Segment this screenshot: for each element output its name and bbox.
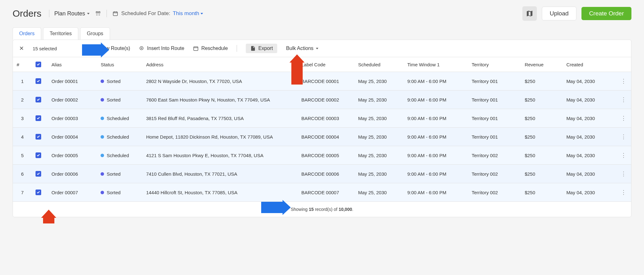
tab-groups[interactable]: Groups [80,27,110,40]
row-label-code: BARCODE 00002 [298,91,355,109]
row-status: Scheduled [101,134,139,140]
row-created: May 04, 2030 [563,165,616,183]
svg-rect-0 [96,12,98,13]
col-select-all[interactable] [32,57,48,72]
row-label-code: BARCODE 00004 [298,128,355,146]
chevron-down-icon [316,48,318,49]
scheduled-for-value[interactable]: This month [173,10,203,17]
row-status: Sorted [101,171,139,177]
row-territory: Territory 001 [468,91,521,109]
table-row[interactable]: 1Order 00001Sorted2802 N Wayside Dr, Hou… [13,72,631,91]
row-scheduled: May 25, 2030 [354,91,404,109]
row-scheduled: May 25, 2030 [354,72,404,91]
row-more-icon[interactable]: ⋮ [621,115,626,121]
status-dot-icon [101,117,104,120]
export-button[interactable]: Export [246,44,277,53]
row-more-icon[interactable]: ⋮ [621,171,626,177]
row-address: 7600 East Sam Houston Pkwy N, Houston, T… [142,91,298,109]
row-scheduled: May 25, 2030 [354,165,404,183]
col-territory[interactable]: Territory [468,57,521,72]
table-row[interactable]: 5Order 00005Scheduled4121 S Sam Houston … [13,146,631,165]
col-label-code[interactable]: Label Code [298,57,355,72]
col-alias[interactable]: Alias [48,57,97,72]
tab-territories[interactable]: Territories [43,27,78,40]
row-address: 2802 N Wayside Dr, Houston, TX 77020, US… [142,72,298,91]
row-territory: Territory 001 [468,72,521,91]
row-scheduled: May 25, 2030 [354,183,404,202]
row-checkbox[interactable] [36,171,41,177]
row-alias: Order 00005 [48,146,97,165]
row-created: May 04, 2030 [563,183,616,202]
row-territory: Territory 002 [468,146,521,165]
status-dot-icon [101,80,104,83]
map-pin-icon[interactable] [95,10,102,17]
row-checkbox[interactable] [36,134,41,140]
row-checkbox[interactable] [36,97,41,102]
calendar-icon [112,10,119,17]
row-more-icon[interactable]: ⋮ [621,96,626,103]
checkbox-all[interactable] [36,62,41,67]
annotation-arrow-blue [261,200,291,215]
row-status: Sorted [101,97,139,102]
row-revenue: $250 [521,128,562,146]
row-status: Sorted [101,190,139,195]
table-row[interactable]: 7Order 00007Sorted14440 Hillcroft St, Ho… [13,183,631,202]
row-address: 4121 S Sam Houston Pkwy E, Houston, TX 7… [142,146,298,165]
col-revenue[interactable]: Revenue [521,57,562,72]
scheduled-for-label: Scheduled For Date: [121,10,170,17]
row-time-window: 9:00 AM - 6:00 PM [404,72,468,91]
row-time-window: 9:00 AM - 6:00 PM [404,146,468,165]
map-view-button[interactable] [522,6,537,21]
plan-routes-label: Plan Routes [54,10,85,17]
table-row[interactable]: 6Order 00006Sorted7410 Cullen Blvd, Hous… [13,165,631,183]
row-territory: Territory 001 [468,109,521,128]
bulk-actions-dropdown[interactable]: Bulk Actions [286,46,318,51]
row-revenue: $250 [521,109,562,128]
row-number: 5 [13,146,32,165]
col-address[interactable]: Address [142,57,298,72]
table-row[interactable]: 2Order 00002Sorted7600 East Sam Houston … [13,91,631,109]
row-number: 4 [13,128,32,146]
row-checkbox[interactable] [36,152,41,158]
plan-routes-dropdown[interactable]: Plan Routes [54,10,90,17]
row-more-icon[interactable]: ⋮ [621,134,626,140]
new-routes-button[interactable]: w Route(s) [106,46,130,51]
row-revenue: $250 [521,165,562,183]
svg-rect-1 [98,12,100,13]
row-label-code: BARCODE 00006 [298,165,355,183]
row-revenue: $250 [521,91,562,109]
row-created: May 04, 2030 [563,72,616,91]
row-label-code: BARCODE 00003 [298,109,355,128]
upload-button[interactable]: Upload [542,7,576,20]
col-time-window[interactable]: Time Window 1 [404,57,468,72]
col-actions [616,57,631,72]
col-status[interactable]: Status [97,57,142,72]
tab-orders[interactable]: Orders [13,27,41,40]
row-more-icon[interactable]: ⋮ [621,189,626,195]
row-revenue: $250 [521,183,562,202]
row-more-icon[interactable]: ⋮ [621,78,626,84]
insert-into-route-button[interactable]: Insert Into Route [139,46,184,51]
row-checkbox[interactable] [36,78,41,84]
reschedule-button[interactable]: Reschedule [193,46,228,51]
row-checkbox[interactable] [36,115,41,121]
row-created: May 04, 2030 [563,146,616,165]
row-alias: Order 00007 [48,183,97,202]
create-order-button[interactable]: Create Order [581,7,631,20]
row-checkbox[interactable] [36,190,41,195]
row-label-code: BARCODE 00005 [298,146,355,165]
orders-table: # Alias Status Address Label Code Schedu… [13,57,631,202]
status-dot-icon [101,191,104,194]
row-address: 14440 Hillcroft St, Houston, TX 77085, U… [142,183,298,202]
table-row[interactable]: 3Order 00003Scheduled3815 Red Bluff Rd, … [13,109,631,128]
row-address: Home Depot, 11820 Dickinson Rd, Houston,… [142,128,298,146]
clear-selection-button[interactable]: ✕ [19,45,24,52]
col-scheduled[interactable]: Scheduled [354,57,404,72]
table-row[interactable]: 4Order 00004ScheduledHome Depot, 11820 D… [13,128,631,146]
row-alias: Order 00002 [48,91,97,109]
row-time-window: 9:00 AM - 6:00 PM [404,165,468,183]
row-more-icon[interactable]: ⋮ [621,152,626,158]
col-created[interactable]: Created [563,57,616,72]
row-alias: Order 00003 [48,109,97,128]
row-alias: Order 00004 [48,128,97,146]
